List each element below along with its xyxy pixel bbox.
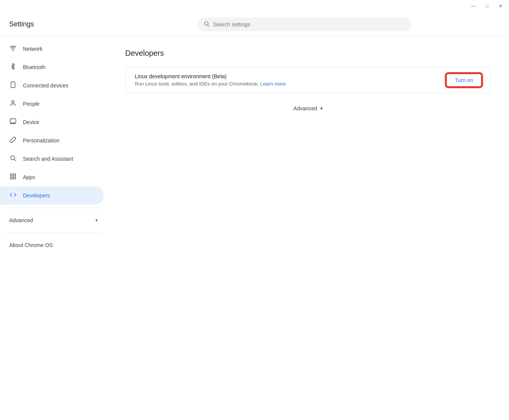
svg-line-9: [14, 159, 16, 161]
sidebar-item-network[interactable]: Network: [0, 40, 104, 58]
sidebar-divider-2: [6, 233, 101, 233]
sidebar-advanced-section[interactable]: Advanced ▾: [0, 211, 107, 229]
linux-env-card: Linux development environment (Beta) Run…: [125, 67, 491, 93]
sidebar-label-developers: Developers: [23, 192, 50, 199]
sidebar-label-about: About Chrome OS: [9, 242, 53, 248]
svg-rect-3: [11, 82, 15, 87]
close-button[interactable]: ✕: [495, 2, 506, 10]
svg-rect-11: [14, 174, 16, 176]
card-desc-text: Run Linux tools, editors, and IDEs on yo…: [135, 81, 259, 87]
sidebar-advanced-label: Advanced: [9, 217, 92, 223]
card-text: Linux development environment (Beta) Run…: [135, 73, 447, 87]
sidebar-item-bluetooth[interactable]: Bluetooth: [0, 58, 104, 76]
app-title: Settings: [9, 20, 108, 28]
search-icon: [204, 21, 210, 28]
sidebar-item-people[interactable]: People: [0, 95, 104, 113]
sidebar-label-search-assistant: Search and Assistant: [23, 156, 73, 162]
sidebar-item-personalization[interactable]: Personalization: [0, 131, 104, 150]
sidebar-label-personalization: Personalization: [23, 137, 60, 144]
laptop-icon: [9, 118, 17, 127]
sidebar: Network Bluetooth Connected devices: [0, 37, 107, 420]
code-icon: [9, 191, 17, 200]
svg-rect-6: [10, 119, 16, 123]
sidebar-label-bluetooth: Bluetooth: [23, 64, 45, 70]
main-body: Network Bluetooth Connected devices: [0, 37, 509, 420]
bluetooth-icon: [9, 63, 17, 72]
maximize-button[interactable]: □: [482, 2, 492, 10]
content-advanced-arrow: ▾: [320, 106, 323, 111]
sidebar-item-device[interactable]: Device: [0, 113, 104, 131]
sidebar-item-developers[interactable]: Developers: [0, 186, 104, 205]
content-advanced-label: Advanced: [293, 105, 317, 111]
sidebar-label-apps: Apps: [23, 174, 35, 180]
sidebar-label-network: Network: [23, 46, 42, 52]
search-nav-icon: [9, 155, 17, 163]
sidebar-item-connected-devices[interactable]: Connected devices: [0, 76, 104, 95]
person-icon: [9, 100, 17, 108]
sidebar-advanced-arrow: ▾: [95, 218, 98, 223]
sidebar-item-search-assistant[interactable]: Search and Assistant: [0, 150, 104, 168]
minimize-button[interactable]: —: [468, 2, 478, 10]
content-advanced-row[interactable]: Advanced ▾: [293, 105, 322, 111]
card-description: Run Linux tools, editors, and IDEs on yo…: [135, 81, 447, 87]
sidebar-item-apps[interactable]: Apps: [0, 168, 104, 186]
device-icon: [9, 81, 17, 90]
sidebar-label-device: Device: [23, 119, 39, 125]
apps-icon: [9, 173, 17, 182]
content-area: Developers Linux development environment…: [107, 37, 509, 420]
sidebar-item-about[interactable]: About Chrome OS: [0, 236, 107, 254]
sidebar-label-people: People: [23, 101, 40, 107]
svg-point-8: [11, 156, 15, 160]
wifi-icon: [9, 45, 17, 53]
card-title: Linux development environment (Beta): [135, 73, 447, 79]
sidebar-divider: [6, 208, 101, 208]
svg-point-0: [204, 21, 208, 25]
search-input[interactable]: [213, 21, 405, 27]
svg-rect-10: [10, 174, 12, 176]
titlebar: — □ ✕: [0, 0, 509, 12]
svg-rect-12: [10, 177, 12, 179]
header: Settings: [0, 12, 509, 37]
svg-line-1: [208, 25, 209, 26]
page-title: Developers: [125, 49, 491, 58]
brush-icon: [9, 136, 17, 145]
svg-point-5: [12, 100, 14, 103]
turn-on-button[interactable]: Turn on: [447, 74, 481, 86]
svg-point-2: [13, 50, 13, 51]
learn-more-link[interactable]: Learn more: [260, 81, 286, 87]
app: Settings: [0, 12, 509, 420]
svg-rect-13: [14, 177, 16, 179]
search-box[interactable]: [197, 18, 411, 31]
sidebar-label-connected-devices: Connected devices: [23, 82, 68, 89]
